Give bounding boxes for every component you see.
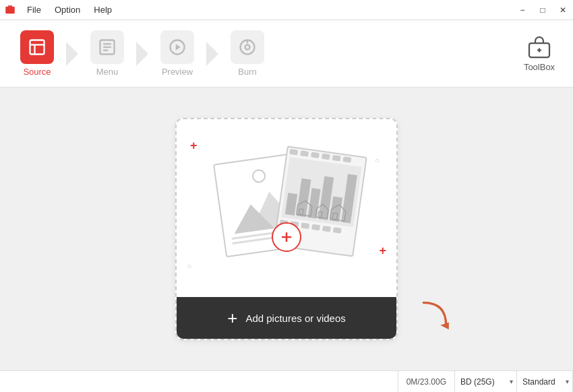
window-controls: − □ ✕ — [512, 0, 573, 20]
toolbox-button[interactable]: ToolBox — [512, 24, 566, 84]
menu-help[interactable]: Help — [87, 0, 119, 20]
drop-zone-inner: + ○ + ○ — [177, 119, 396, 297]
toolbox-label: ToolBox — [524, 62, 555, 72]
nav-arrow-2 — [136, 42, 148, 66]
svg-marker-9 — [176, 44, 181, 50]
deco-plus-2: + — [379, 244, 386, 257]
svg-point-11 — [245, 45, 250, 50]
svg-rect-19 — [318, 211, 322, 218]
deco-plus-1: + — [190, 139, 198, 152]
drop-zone[interactable]: + ○ + ○ — [175, 118, 398, 340]
app-icon — [0, 0, 20, 20]
arrow-hint — [418, 297, 452, 333]
nav-arrow-1 — [66, 42, 78, 66]
add-media-button[interactable]: + Add pictures or videos — [177, 297, 396, 339]
add-circle-icon — [272, 222, 301, 252]
maximize-button[interactable]: □ — [533, 0, 553, 20]
source-label: Source — [23, 67, 51, 77]
svg-marker-18 — [315, 203, 329, 218]
svg-rect-21 — [332, 213, 338, 220]
disc-type-select-wrap: BD (25G) DVD (4.7G) DVD (8.5G) BD (50G) — [455, 371, 517, 392]
status-size: 0M/23.00G — [398, 371, 455, 392]
close-button[interactable]: ✕ — [553, 0, 573, 20]
deco-circle-2: ○ — [187, 262, 191, 270]
toolbar-nav: Source Menu Pr — [7, 24, 512, 84]
svg-rect-1 — [30, 40, 44, 55]
quality-select[interactable]: Standard High Ultra High — [517, 371, 572, 392]
menu-icon-bg — [90, 30, 124, 64]
main-content: + ○ + ○ — [0, 88, 573, 370]
nav-arrow-3 — [206, 42, 218, 66]
menu-nav-label: Menu — [96, 67, 119, 77]
nav-menu[interactable]: Menu — [77, 24, 138, 84]
source-icon-bg — [20, 30, 54, 64]
burn-icon-bg — [231, 30, 264, 64]
preview-label: Preview — [162, 67, 193, 77]
burn-label: Burn — [238, 67, 256, 77]
illustration — [212, 144, 361, 272]
status-progress-bar — [0, 371, 398, 392]
svg-rect-17 — [299, 209, 303, 215]
nav-source[interactable]: Source — [7, 24, 67, 84]
nav-burn[interactable]: Burn — [217, 24, 278, 84]
nav-preview[interactable]: Preview — [147, 24, 208, 84]
status-bar: 0M/23.00G BD (25G) DVD (4.7G) DVD (8.5G)… — [0, 370, 573, 392]
add-button-plus-icon: + — [227, 309, 237, 327]
quality-select-wrap: Standard High Ultra High — [517, 371, 573, 392]
disc-type-select[interactable]: BD (25G) DVD (4.7G) DVD (8.5G) BD (50G) — [455, 371, 516, 392]
toolbar: Source Menu Pr — [0, 20, 573, 88]
menu-file[interactable]: File — [20, 0, 48, 20]
svg-marker-24 — [440, 323, 449, 330]
title-bar: File Option Help − □ ✕ — [0, 0, 573, 20]
deco-circle-1: ○ — [375, 156, 380, 164]
menu-option[interactable]: Option — [48, 0, 87, 20]
add-button-text: Add pictures or videos — [245, 313, 345, 324]
minimize-button[interactable]: − — [512, 0, 533, 20]
preview-icon-bg — [160, 30, 194, 64]
svg-rect-0 — [5, 6, 15, 13]
menu-bar: File Option Help — [20, 0, 512, 20]
